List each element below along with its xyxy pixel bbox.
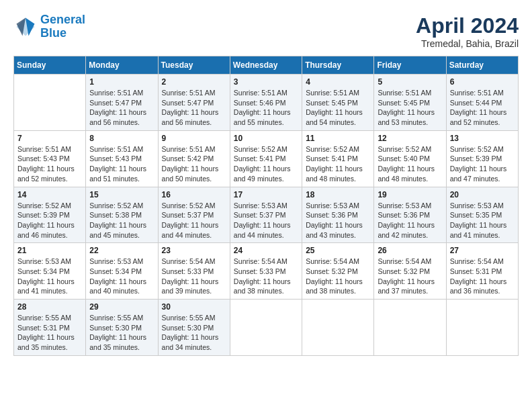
weekday-header-wednesday: Wednesday <box>230 56 302 75</box>
location-subtitle: Tremedal, Bahia, Brazil <box>416 38 519 49</box>
day-number: 20 <box>450 190 515 199</box>
day-number: 10 <box>234 134 298 143</box>
day-number: 17 <box>234 190 298 199</box>
day-info: Sunrise: 5:54 AM Sunset: 5:32 PM Dayligh… <box>306 257 370 296</box>
calendar-cell: 7Sunrise: 5:51 AM Sunset: 5:43 PM Daylig… <box>14 130 86 187</box>
calendar-cell: 25Sunrise: 5:54 AM Sunset: 5:32 PM Dayli… <box>302 243 374 300</box>
calendar-cell <box>446 300 518 356</box>
day-number: 27 <box>450 246 515 255</box>
title-block: April 2024 Tremedal, Bahia, Brazil <box>416 13 519 49</box>
day-number: 23 <box>162 246 226 255</box>
day-number: 22 <box>89 246 154 255</box>
logo: General Blue <box>13 13 85 40</box>
day-number: 15 <box>89 190 154 199</box>
weekday-header-friday: Friday <box>374 56 446 75</box>
calendar-cell: 28Sunrise: 5:55 AM Sunset: 5:31 PM Dayli… <box>14 300 86 356</box>
day-info: Sunrise: 5:54 AM Sunset: 5:32 PM Dayligh… <box>378 257 442 296</box>
day-number: 12 <box>378 134 442 143</box>
weekday-header-thursday: Thursday <box>302 56 374 75</box>
calendar-cell: 26Sunrise: 5:54 AM Sunset: 5:32 PM Dayli… <box>374 243 446 300</box>
day-number: 28 <box>17 302 82 312</box>
calendar-week-row: 14Sunrise: 5:52 AM Sunset: 5:39 PM Dayli… <box>14 187 519 243</box>
calendar-cell: 8Sunrise: 5:51 AM Sunset: 5:43 PM Daylig… <box>86 130 158 187</box>
day-info: Sunrise: 5:52 AM Sunset: 5:40 PM Dayligh… <box>378 144 442 184</box>
month-title: April 2024 <box>416 13 519 38</box>
day-number: 5 <box>378 77 442 87</box>
day-info: Sunrise: 5:51 AM Sunset: 5:44 PM Dayligh… <box>450 88 515 128</box>
calendar-cell: 29Sunrise: 5:55 AM Sunset: 5:30 PM Dayli… <box>86 300 158 356</box>
day-info: Sunrise: 5:51 AM Sunset: 5:42 PM Dayligh… <box>162 144 226 184</box>
calendar-cell: 22Sunrise: 5:53 AM Sunset: 5:34 PM Dayli… <box>86 243 158 300</box>
day-number: 30 <box>162 302 226 312</box>
weekday-header-sunday: Sunday <box>14 56 86 75</box>
logo-general: General <box>40 13 85 26</box>
calendar-cell: 20Sunrise: 5:53 AM Sunset: 5:35 PM Dayli… <box>446 187 518 243</box>
day-number: 19 <box>378 190 442 199</box>
day-info: Sunrise: 5:53 AM Sunset: 5:36 PM Dayligh… <box>378 201 442 240</box>
day-info: Sunrise: 5:53 AM Sunset: 5:35 PM Dayligh… <box>450 201 515 240</box>
calendar-cell: 30Sunrise: 5:55 AM Sunset: 5:30 PM Dayli… <box>158 300 230 356</box>
calendar-cell: 23Sunrise: 5:54 AM Sunset: 5:33 PM Dayli… <box>158 243 230 300</box>
weekday-header-row: SundayMondayTuesdayWednesdayThursdayFrid… <box>14 56 519 75</box>
calendar-cell: 12Sunrise: 5:52 AM Sunset: 5:40 PM Dayli… <box>374 130 446 187</box>
day-info: Sunrise: 5:55 AM Sunset: 5:30 PM Dayligh… <box>89 313 154 353</box>
day-number: 6 <box>450 77 515 87</box>
calendar-cell: 17Sunrise: 5:53 AM Sunset: 5:37 PM Dayli… <box>230 187 302 243</box>
day-info: Sunrise: 5:54 AM Sunset: 5:33 PM Dayligh… <box>162 257 226 296</box>
calendar-cell: 4Sunrise: 5:51 AM Sunset: 5:45 PM Daylig… <box>302 75 374 131</box>
calendar-cell: 15Sunrise: 5:52 AM Sunset: 5:38 PM Dayli… <box>86 187 158 243</box>
day-info: Sunrise: 5:53 AM Sunset: 5:34 PM Dayligh… <box>17 257 82 296</box>
day-info: Sunrise: 5:51 AM Sunset: 5:45 PM Dayligh… <box>306 88 370 128</box>
calendar-cell: 9Sunrise: 5:51 AM Sunset: 5:42 PM Daylig… <box>158 130 230 187</box>
weekday-header-tuesday: Tuesday <box>158 56 230 75</box>
calendar-cell: 1Sunrise: 5:51 AM Sunset: 5:47 PM Daylig… <box>86 75 158 131</box>
calendar-cell: 18Sunrise: 5:53 AM Sunset: 5:36 PM Dayli… <box>302 187 374 243</box>
calendar-cell: 11Sunrise: 5:52 AM Sunset: 5:41 PM Dayli… <box>302 130 374 187</box>
logo-blue: Blue <box>40 26 66 40</box>
day-info: Sunrise: 5:53 AM Sunset: 5:37 PM Dayligh… <box>234 201 298 240</box>
calendar-cell: 16Sunrise: 5:52 AM Sunset: 5:37 PM Dayli… <box>158 187 230 243</box>
day-info: Sunrise: 5:52 AM Sunset: 5:41 PM Dayligh… <box>234 144 298 184</box>
calendar-cell: 6Sunrise: 5:51 AM Sunset: 5:44 PM Daylig… <box>446 75 518 131</box>
day-info: Sunrise: 5:51 AM Sunset: 5:46 PM Dayligh… <box>234 88 298 128</box>
day-number: 26 <box>378 246 442 255</box>
day-info: Sunrise: 5:53 AM Sunset: 5:34 PM Dayligh… <box>89 257 154 296</box>
day-number: 7 <box>17 134 82 143</box>
calendar-cell: 24Sunrise: 5:54 AM Sunset: 5:33 PM Dayli… <box>230 243 302 300</box>
calendar-cell <box>302 300 374 356</box>
day-info: Sunrise: 5:52 AM Sunset: 5:37 PM Dayligh… <box>162 201 226 240</box>
calendar-week-row: 21Sunrise: 5:53 AM Sunset: 5:34 PM Dayli… <box>14 243 519 300</box>
day-number: 14 <box>17 190 82 199</box>
day-info: Sunrise: 5:51 AM Sunset: 5:45 PM Dayligh… <box>378 88 442 128</box>
calendar-week-row: 7Sunrise: 5:51 AM Sunset: 5:43 PM Daylig… <box>14 130 519 187</box>
day-number: 1 <box>89 77 154 87</box>
calendar-cell: 19Sunrise: 5:53 AM Sunset: 5:36 PM Dayli… <box>374 187 446 243</box>
day-info: Sunrise: 5:54 AM Sunset: 5:33 PM Dayligh… <box>234 257 298 296</box>
day-number: 4 <box>306 77 370 87</box>
calendar-cell: 10Sunrise: 5:52 AM Sunset: 5:41 PM Dayli… <box>230 130 302 187</box>
day-number: 18 <box>306 190 370 199</box>
day-number: 24 <box>234 246 298 255</box>
day-number: 3 <box>234 77 298 87</box>
calendar-cell: 27Sunrise: 5:54 AM Sunset: 5:31 PM Dayli… <box>446 243 518 300</box>
day-number: 2 <box>162 77 226 87</box>
calendar-cell <box>14 75 86 131</box>
day-info: Sunrise: 5:51 AM Sunset: 5:43 PM Dayligh… <box>17 144 82 184</box>
calendar-cell: 21Sunrise: 5:53 AM Sunset: 5:34 PM Dayli… <box>14 243 86 300</box>
calendar-cell: 14Sunrise: 5:52 AM Sunset: 5:39 PM Dayli… <box>14 187 86 243</box>
calendar-cell: 5Sunrise: 5:51 AM Sunset: 5:45 PM Daylig… <box>374 75 446 131</box>
weekday-header-saturday: Saturday <box>446 56 518 75</box>
calendar-cell: 13Sunrise: 5:52 AM Sunset: 5:39 PM Dayli… <box>446 130 518 187</box>
day-info: Sunrise: 5:52 AM Sunset: 5:39 PM Dayligh… <box>450 144 515 184</box>
day-info: Sunrise: 5:54 AM Sunset: 5:31 PM Dayligh… <box>450 257 515 296</box>
day-number: 13 <box>450 134 515 143</box>
day-number: 11 <box>306 134 370 143</box>
weekday-header-monday: Monday <box>86 56 158 75</box>
day-info: Sunrise: 5:51 AM Sunset: 5:47 PM Dayligh… <box>162 88 226 128</box>
day-number: 9 <box>162 134 226 143</box>
day-info: Sunrise: 5:55 AM Sunset: 5:31 PM Dayligh… <box>17 313 82 353</box>
day-info: Sunrise: 5:51 AM Sunset: 5:43 PM Dayligh… <box>89 144 154 184</box>
calendar-cell <box>374 300 446 356</box>
logo-icon <box>13 15 38 39</box>
day-info: Sunrise: 5:51 AM Sunset: 5:47 PM Dayligh… <box>89 88 154 128</box>
